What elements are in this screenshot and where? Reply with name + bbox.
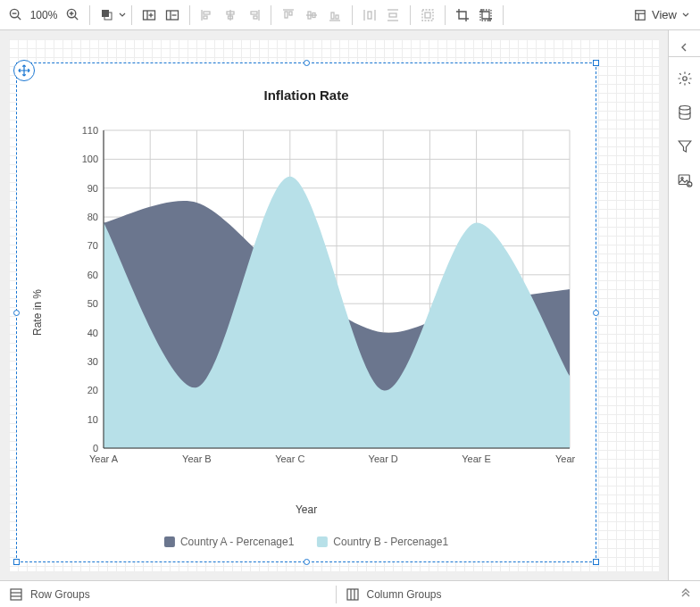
move-handle[interactable] (13, 60, 35, 81)
column-groups-label: Column Groups (367, 588, 442, 601)
svg-rect-27 (289, 12, 292, 15)
filter-icon[interactable] (672, 134, 697, 159)
align-top-button (277, 4, 300, 27)
zoom-in-button[interactable] (61, 4, 84, 27)
svg-line-4 (74, 17, 77, 20)
svg-rect-23 (251, 12, 257, 14)
svg-rect-26 (285, 12, 288, 18)
svg-rect-94 (11, 589, 21, 600)
svg-rect-33 (336, 15, 338, 19)
svg-rect-18 (204, 16, 207, 19)
resize-handle[interactable] (304, 559, 310, 565)
chevron-down-icon (119, 12, 126, 19)
selection-outline (16, 62, 596, 562)
groups-bar: Row Groups Column Groups (0, 580, 700, 607)
column-groups-section[interactable]: Column Groups (337, 587, 672, 602)
svg-rect-97 (347, 589, 358, 600)
toolbar: 100% View (0, 0, 700, 30)
zoom-level[interactable]: 100% (27, 9, 61, 21)
row-groups-icon (9, 587, 23, 602)
svg-line-1 (17, 17, 20, 20)
side-panel (668, 30, 700, 580)
view-menu-button[interactable]: View (630, 4, 696, 27)
fit-button[interactable] (474, 4, 497, 27)
resize-handle[interactable] (13, 310, 20, 316)
collapse-panel-button[interactable] (669, 37, 701, 57)
svg-rect-40 (422, 10, 433, 21)
svg-rect-17 (204, 12, 210, 14)
row-groups-label: Row Groups (30, 588, 90, 601)
distribute-h-button (358, 4, 381, 27)
svg-point-89 (682, 77, 687, 81)
design-canvas[interactable]: Inflation Rate Rate in % Year 0102030405… (0, 30, 668, 580)
svg-rect-8 (102, 10, 109, 17)
resize-handle[interactable] (593, 60, 599, 66)
remove-column-button[interactable] (161, 4, 184, 27)
svg-rect-24 (254, 16, 257, 19)
svg-rect-41 (425, 12, 430, 18)
gear-icon[interactable] (672, 66, 697, 91)
database-icon[interactable] (672, 100, 697, 125)
expand-groups-button[interactable] (671, 587, 700, 601)
image-icon[interactable] (672, 168, 697, 193)
svg-rect-32 (331, 12, 334, 19)
svg-point-90 (679, 106, 690, 111)
resize-handle[interactable] (304, 60, 310, 66)
align-bottom-button (323, 4, 346, 27)
view-label: View (652, 8, 677, 21)
resize-handle[interactable] (13, 559, 20, 565)
layout-icon (634, 9, 646, 21)
align-center-h-button (219, 4, 242, 27)
insert-column-button[interactable] (138, 4, 161, 27)
align-center-v-button (300, 4, 323, 27)
resize-handle[interactable] (593, 559, 599, 565)
svg-point-93 (687, 182, 691, 187)
svg-rect-36 (368, 12, 371, 19)
chevron-down-icon (682, 12, 689, 19)
layers-button[interactable] (96, 4, 119, 27)
row-groups-section[interactable]: Row Groups (0, 587, 336, 602)
group-button (416, 4, 439, 27)
distribute-v-button (381, 4, 404, 27)
svg-rect-43 (636, 10, 646, 20)
align-left-button (196, 4, 219, 27)
resize-handle[interactable] (593, 310, 599, 316)
zoom-out-button[interactable] (4, 4, 27, 27)
crop-button[interactable] (451, 4, 474, 27)
svg-rect-39 (389, 13, 396, 17)
align-right-button (242, 4, 265, 27)
column-groups-icon (346, 587, 360, 602)
